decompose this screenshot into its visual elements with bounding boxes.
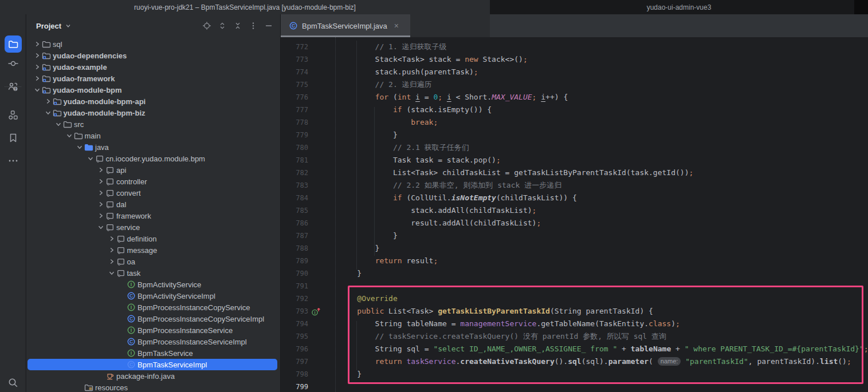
tree-item-definition[interactable]: definition (28, 233, 277, 244)
project-panel-title[interactable]: Project (36, 22, 61, 30)
tree-item-oa[interactable]: oa (28, 256, 277, 267)
tree-item-yudao-framework[interactable]: yudao-framework (28, 73, 277, 84)
chevron-down-icon[interactable] (107, 268, 116, 278)
code-line-783[interactable]: 783 // 2.2 如果非空, 则添加到 stack 进一步递归 (281, 179, 868, 192)
tree-item-main[interactable]: main (28, 130, 277, 141)
activitybar-structure[interactable] (0, 104, 26, 126)
chevron-right-icon[interactable] (33, 62, 42, 72)
tree-item-yudao-example[interactable]: yudao-example (28, 61, 277, 73)
code-line-787[interactable]: 787 } (281, 229, 868, 242)
code-line-778[interactable]: 778 break; (281, 116, 868, 129)
tree-item-resources[interactable]: resources (28, 382, 277, 392)
tree-item-task[interactable]: task (28, 267, 277, 279)
code-line-776[interactable]: 776 for (int i = 0; i < Short.MAX_VALUE;… (281, 91, 868, 104)
tree-item-cn-iocoder-yudao-module-bpm[interactable]: cn.iocoder.yudao.module.bpm (28, 153, 277, 164)
code-line-797[interactable]: 797 return taskService.createNativeTaskQ… (281, 355, 868, 368)
tree-item-bpmactivityserviceimpl[interactable]: CBpmActivityServiceImpl (28, 290, 277, 302)
tree-item-bpmprocessinstancecopyservice[interactable]: IBpmProcessInstanceCopyService (28, 302, 277, 313)
chevron-down-icon[interactable] (75, 142, 84, 152)
tree-item-bpmprocessinstanceserviceimpl[interactable]: CBpmProcessInstanceServiceImpl (28, 336, 277, 347)
code-line-775[interactable]: 775 // 2. 递归遍历 (281, 78, 868, 91)
tree-item-yudao-module-bpm-biz[interactable]: yudao-module-bpm-biz (28, 107, 277, 118)
code-line-779[interactable]: 779 } (281, 129, 868, 141)
locate-icon[interactable] (202, 21, 211, 30)
line-number[interactable]: 796 (281, 343, 308, 355)
activitybar-search[interactable] (0, 371, 26, 392)
line-number[interactable]: 780 (281, 141, 308, 154)
code-line-791[interactable]: 791 (281, 280, 868, 292)
window-title-right[interactable]: yudao-ui-admin-vue3 (490, 0, 868, 14)
line-number[interactable]: 777 (281, 104, 308, 116)
chevron-down-icon[interactable] (96, 223, 105, 232)
line-number[interactable]: 791 (281, 280, 308, 292)
code-line-796[interactable]: 796 String sql = "select ID_,NAME_,OWNER… (281, 343, 868, 355)
code-line-780[interactable]: 780 // 2.1 获取子任务们 (281, 141, 868, 154)
chevron-down-icon[interactable] (33, 85, 42, 94)
tree-item-convert[interactable]: convert (28, 187, 277, 199)
chevron-right-icon[interactable] (33, 74, 42, 83)
activitybar-commit[interactable] (0, 52, 26, 75)
chevron-right-icon[interactable] (96, 165, 105, 175)
line-number[interactable]: 797 (281, 355, 308, 368)
tab-close-icon[interactable]: × (394, 21, 399, 30)
tree-item-service[interactable]: service (28, 221, 277, 233)
line-number[interactable]: 775 (281, 78, 308, 91)
code-line-795[interactable]: 795 // taskService.createTaskQuery() 没有 … (281, 330, 868, 343)
code-line-799[interactable]: 799 (281, 381, 868, 392)
line-number[interactable]: 795 (281, 330, 308, 343)
tree-item-controller[interactable]: controller (28, 176, 277, 187)
chevron-right-icon[interactable] (107, 246, 116, 255)
code-line-777[interactable]: 777 if (stack.isEmpty()) { (281, 104, 868, 116)
code-line-793[interactable]: 793I public List<Task> getTaskListByPare… (281, 305, 868, 318)
hide-icon[interactable] (264, 21, 273, 30)
tree-item-yudao-module-bpm-api[interactable]: yudao-module-bpm-api (28, 96, 277, 107)
code-line-786[interactable]: 786 result.addAll(childTaskList); (281, 217, 868, 229)
tree-item-yudao-module-bpm[interactable]: yudao-module-bpm (28, 84, 277, 96)
tree-item-sql[interactable]: sql (28, 38, 277, 50)
code-line-789[interactable]: 789 return result; (281, 255, 868, 267)
chevron-right-icon[interactable] (33, 39, 42, 49)
implements-method-icon[interactable]: I (311, 306, 333, 316)
line-number[interactable]: 799 (281, 381, 308, 392)
code-line-782[interactable]: 782 List<Task> childTaskList = getTaskLi… (281, 167, 868, 179)
tree-item-bpmactivityservice[interactable]: IBpmActivityService (28, 279, 277, 290)
chevron-right-icon[interactable] (96, 177, 105, 186)
tab-bpmtaskserviceimpl[interactable]: C BpmTaskServiceImpl.java × (281, 14, 410, 37)
tree-item-api[interactable]: api (28, 164, 277, 176)
chevron-down-icon[interactable] (65, 22, 72, 29)
chevron-down-icon[interactable] (65, 131, 74, 140)
activitybar-more[interactable] (0, 149, 26, 172)
line-number[interactable]: 789 (281, 255, 308, 267)
line-number[interactable]: 790 (281, 267, 308, 280)
line-number[interactable]: 772 (281, 41, 308, 53)
chevron-right-icon[interactable] (33, 51, 42, 60)
line-number[interactable]: 778 (281, 116, 308, 129)
tree-item-yudao-dependencies[interactable]: yudao-dependencies (28, 50, 277, 61)
line-number[interactable]: 776 (281, 91, 308, 104)
chevron-right-icon[interactable] (107, 257, 116, 266)
activitybar-bookmarks[interactable] (0, 126, 26, 149)
tree-item-bpmtaskservice[interactable]: IBpmTaskService (28, 347, 277, 359)
line-number[interactable]: 793 (281, 305, 308, 318)
tree-item-package-info-java[interactable]: package-info.java (28, 370, 277, 382)
line-number[interactable]: 787 (281, 229, 308, 242)
line-number[interactable]: 774 (281, 66, 308, 78)
expand-all-icon[interactable] (218, 21, 227, 30)
line-number[interactable]: 782 (281, 167, 308, 179)
code-line-784[interactable]: 784 if (CollUtil.isNotEmpty(childTaskLis… (281, 192, 868, 204)
line-number[interactable]: 773 (281, 53, 308, 66)
line-number[interactable]: 785 (281, 204, 308, 217)
chevron-right-icon[interactable] (96, 200, 105, 209)
code-line-774[interactable]: 774 stack.push(parentTask); (281, 66, 868, 78)
chevron-right-icon[interactable] (96, 211, 105, 220)
chevron-right-icon[interactable] (107, 234, 116, 243)
tree-item-bpmprocessinstancecopyserviceimpl[interactable]: CBpmProcessInstanceCopyServiceImpl (28, 313, 277, 324)
chevron-down-icon[interactable] (54, 120, 63, 129)
more-vertical-icon[interactable] (249, 21, 258, 30)
line-number[interactable]: 784 (281, 192, 308, 204)
code-line-790[interactable]: 790 } (281, 267, 868, 280)
line-number[interactable]: 792 (281, 292, 308, 305)
chevron-down-icon[interactable] (44, 108, 53, 117)
line-number[interactable]: 786 (281, 217, 308, 229)
chevron-right-icon[interactable] (96, 188, 105, 197)
